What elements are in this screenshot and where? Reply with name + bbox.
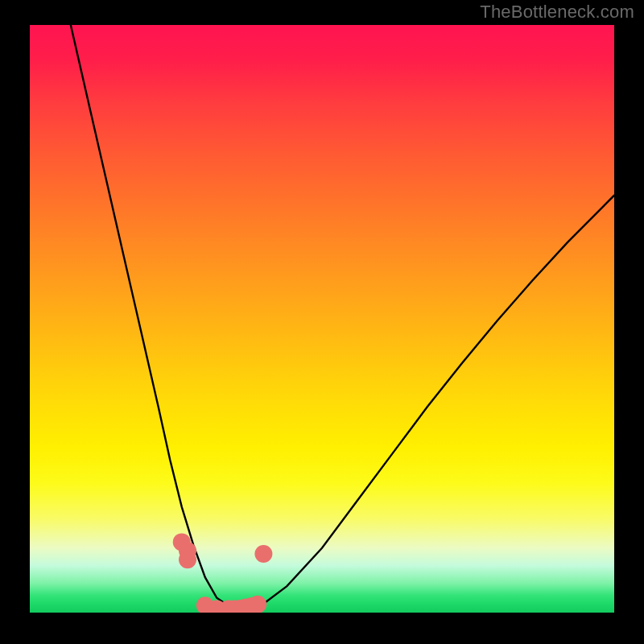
bottleneck-curve: [71, 25, 614, 609]
chart-frame: TheBottleneck.com: [0, 0, 644, 644]
watermark-text: TheBottleneck.com: [480, 2, 634, 23]
plot-area: [30, 25, 614, 613]
chart-svg: [30, 25, 614, 613]
marker-dot: [254, 545, 272, 563]
marker-dot: [249, 596, 266, 613]
marker-dot: [179, 551, 196, 568]
